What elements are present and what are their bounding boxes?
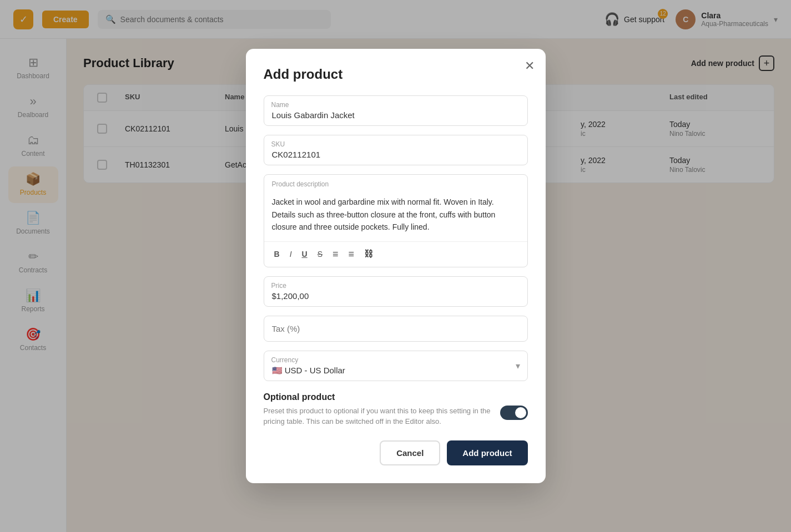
toolbar-bold-button[interactable]: B [271, 247, 283, 261]
currency-select[interactable]: 🇺🇸 USD - US Dollar 🇪🇺 EUR - Euro 🇬🇧 GBP … [264, 351, 528, 381]
description-container: Product description Jacket in wool and g… [264, 174, 528, 267]
description-textarea[interactable]: Jacket in wool and garbardine mix with n… [264, 188, 527, 241]
sku-input[interactable] [264, 135, 528, 165]
add-product-modal: ✕ Add product Name SKU Product descripti… [246, 49, 546, 483]
optional-row: Preset this product to optional if you w… [264, 406, 528, 427]
add-product-button[interactable]: Add product [447, 440, 527, 465]
tax-input[interactable] [264, 316, 528, 342]
optional-description: Preset this product to optional if you w… [264, 406, 491, 427]
tax-field-group [264, 316, 528, 342]
toggle-knob [515, 407, 526, 418]
optional-product-section: Optional product Preset this product to … [264, 392, 528, 427]
optional-toggle[interactable] [500, 406, 528, 420]
price-field-group: Price [264, 276, 528, 307]
toolbar-strike-button[interactable]: S [314, 247, 326, 261]
modal-title: Add product [264, 67, 528, 82]
name-field-group: Name [264, 95, 528, 126]
optional-title: Optional product [264, 392, 528, 402]
toolbar-link-button[interactable]: ⛓ [361, 247, 376, 261]
sku-field-group: SKU [264, 135, 528, 165]
modal-close-button[interactable]: ✕ [525, 60, 535, 72]
toolbar-italic-button[interactable]: I [286, 247, 295, 261]
description-label: Product description [264, 175, 527, 188]
price-input[interactable] [264, 276, 528, 307]
cancel-button[interactable]: Cancel [380, 440, 440, 465]
modal-overlay: ✕ Add product Name SKU Product descripti… [0, 0, 791, 532]
toolbar-unordered-list-button[interactable]: ≡ [345, 246, 358, 262]
modal-footer: Cancel Add product [264, 440, 528, 465]
name-input[interactable] [264, 95, 528, 126]
description-toolbar: B I U S ≡ ≡ ⛓ [264, 241, 527, 267]
toolbar-ordered-list-button[interactable]: ≡ [329, 246, 342, 262]
toolbar-underline-button[interactable]: U [299, 247, 311, 261]
currency-group: Currency 🇺🇸 USD - US Dollar 🇪🇺 EUR - Eur… [264, 351, 528, 381]
